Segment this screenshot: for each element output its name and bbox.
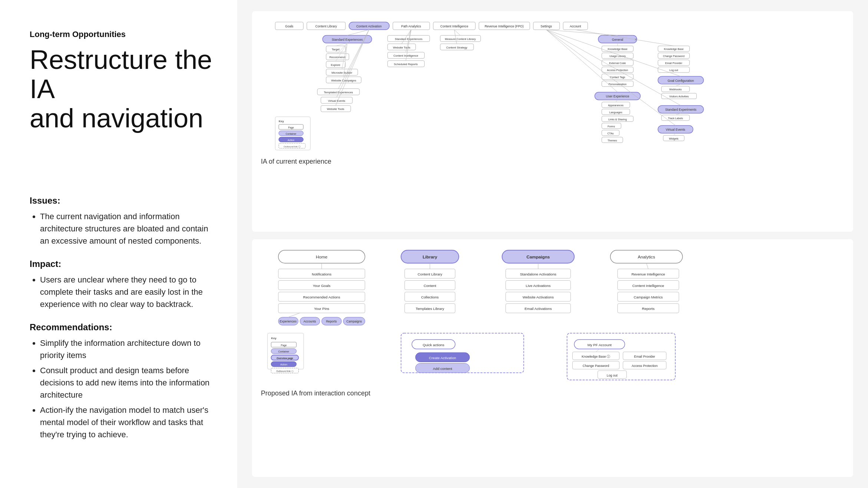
diagram-current-ia: Goals Content Library Content Activation… — [252, 11, 853, 232]
issues-item-1: The current navigation and information a… — [40, 210, 215, 247]
issues-list: The current navigation and information a… — [30, 210, 215, 247]
svg-text:Widgets: Widgets — [669, 137, 679, 140]
svg-text:Collections: Collections — [421, 295, 439, 299]
diagram1-label: IA of current experience — [261, 158, 844, 166]
svg-text:Container: Container — [286, 133, 297, 135]
svg-text:General: General — [612, 38, 623, 41]
svg-text:Create Activation: Create Activation — [429, 356, 456, 360]
proposed-ia-svg: Home Notifications Your Goals Recommende… — [261, 247, 844, 384]
impact-item-1: Users are unclear where they need to go … — [40, 274, 215, 310]
svg-text:Log out: Log out — [607, 373, 618, 377]
svg-text:Your Pins: Your Pins — [314, 307, 329, 311]
svg-text:Settings: Settings — [541, 24, 552, 28]
svg-text:Action: Action — [280, 363, 287, 366]
svg-text:Content Intelligence: Content Intelligence — [394, 54, 418, 57]
svg-text:CTAs: CTAs — [607, 132, 614, 135]
recommendations-heading: Recommendations: — [30, 322, 215, 332]
svg-text:Track Labels: Track Labels — [668, 117, 683, 120]
svg-text:Webhooks: Webhooks — [669, 88, 682, 91]
svg-text:Action: Action — [288, 139, 295, 141]
svg-text:Standalone Activations: Standalone Activations — [520, 272, 556, 276]
right-panel: Goals Content Library Content Activation… — [237, 0, 868, 488]
svg-text:Personalization: Personalization — [609, 83, 627, 86]
svg-text:Reports: Reports — [326, 320, 337, 323]
svg-text:Appearances: Appearances — [608, 104, 624, 107]
svg-text:Standard Experiences: Standard Experiences — [332, 38, 363, 41]
svg-text:Analytics: Analytics — [638, 254, 655, 259]
svg-text:Content Intelligence: Content Intelligence — [440, 24, 468, 28]
svg-text:Container: Container — [278, 350, 289, 353]
svg-text:Website Campaigns: Website Campaigns — [331, 79, 357, 82]
impact-list: Users are unclear where they need to go … — [30, 274, 215, 310]
svg-text:Content Activation: Content Activation — [356, 24, 382, 28]
svg-line-146 — [288, 313, 300, 317]
svg-text:Quick actions: Quick actions — [423, 343, 444, 347]
recommendations-list: Simplify the information architecture do… — [30, 337, 215, 441]
svg-text:Standard Experiments: Standard Experiments — [665, 108, 696, 111]
svg-text:Website Activations: Website Activations — [523, 295, 554, 299]
main-title: Restructure the IAand navigation — [30, 45, 215, 133]
svg-line-198 — [596, 349, 600, 352]
svg-text:Reports: Reports — [642, 307, 655, 311]
svg-text:Campaigns: Campaigns — [527, 254, 550, 259]
svg-text:Access Protection: Access Protection — [607, 69, 628, 72]
svg-text:Visitors Activities: Visitors Activities — [669, 95, 689, 98]
svg-text:Content Library: Content Library — [418, 272, 443, 276]
svg-text:Explore: Explore — [331, 63, 341, 67]
svg-text:Website Tools: Website Tools — [327, 107, 344, 111]
svg-text:Home: Home — [316, 254, 327, 259]
svg-text:Campaigns: Campaigns — [347, 320, 362, 323]
svg-text:Goal Configuration: Goal Configuration — [667, 79, 694, 83]
svg-text:Change Password: Change Password — [583, 364, 609, 368]
svg-line-122 — [674, 133, 676, 136]
svg-text:Virtual Events: Virtual Events — [666, 128, 685, 131]
svg-text:My PF Account: My PF Account — [587, 343, 612, 347]
svg-text:Scheduled Reports: Scheduled Reports — [394, 63, 418, 66]
impact-heading: Impact: — [30, 259, 215, 269]
rec-item-3: Action-ify the navigation model to match… — [40, 404, 215, 441]
issues-section: Issues: The current navigation and infor… — [30, 195, 215, 452]
svg-text:Account: Account — [570, 24, 581, 28]
rec-item-2: Consult product and design teams before … — [40, 364, 215, 401]
svg-text:Target: Target — [332, 48, 340, 51]
svg-text:Email Provider: Email Provider — [634, 355, 655, 358]
svg-line-179 — [646, 263, 648, 269]
left-panel: Long-term Opportunities Restructure the … — [0, 0, 237, 488]
svg-text:Email Provider: Email Provider — [665, 62, 683, 65]
svg-text:Content Intelligence: Content Intelligence — [632, 284, 664, 288]
svg-text:Experiences: Experiences — [280, 320, 297, 323]
svg-text:External Code: External Code — [609, 62, 626, 65]
svg-text:Outbound link ⓘ: Outbound link ⓘ — [276, 370, 294, 372]
svg-text:Revenue Intelligence (FPO): Revenue Intelligence (FPO) — [485, 24, 524, 28]
svg-text:Knowledge Base: Knowledge Base — [608, 48, 627, 51]
issues-heading: Issues: — [30, 195, 215, 206]
svg-text:Access Protection: Access Protection — [632, 364, 657, 368]
svg-text:Change Password: Change Password — [663, 55, 685, 58]
svg-text:Library: Library — [423, 254, 437, 259]
svg-line-80 — [576, 30, 674, 46]
svg-text:Email Activations: Email Activations — [524, 307, 552, 311]
svg-text:Key: Key — [279, 120, 284, 123]
svg-text:Campaign Metrics: Campaign Metrics — [634, 295, 663, 299]
svg-text:Page: Page — [281, 344, 287, 347]
svg-text:Outbound link ⓘ: Outbound link ⓘ — [284, 145, 301, 148]
svg-text:Knowledge Base: Knowledge Base — [664, 48, 683, 51]
svg-text:Content Library: Content Library — [315, 24, 337, 28]
diagram-proposed-ia: Home Notifications Your Goals Recommende… — [252, 239, 853, 477]
svg-text:Links & Sharing: Links & Sharing — [608, 118, 627, 121]
svg-text:Accounts: Accounts — [304, 320, 316, 323]
subtitle: Long-term Opportunities — [30, 30, 215, 39]
svg-text:Notifications: Notifications — [312, 272, 331, 276]
svg-text:User Experience: User Experience — [606, 94, 629, 98]
rec-item-1: Simplify the information architecture do… — [40, 337, 215, 361]
svg-text:Content: Content — [424, 284, 436, 288]
svg-text:Overview page: Overview page — [276, 357, 293, 360]
svg-text:Knowledge Base ⓘ: Knowledge Base ⓘ — [582, 355, 610, 358]
svg-line-21 — [336, 43, 347, 46]
current-ia-svg: Goals Content Library Content Activation… — [261, 19, 844, 152]
svg-text:Templates Library: Templates Library — [416, 307, 444, 311]
svg-text:Virtual Events: Virtual Events — [328, 99, 345, 103]
svg-line-92 — [616, 100, 618, 102]
svg-text:Revenue Intelligence: Revenue Intelligence — [632, 272, 665, 276]
svg-text:Content Strategy: Content Strategy — [446, 46, 467, 49]
